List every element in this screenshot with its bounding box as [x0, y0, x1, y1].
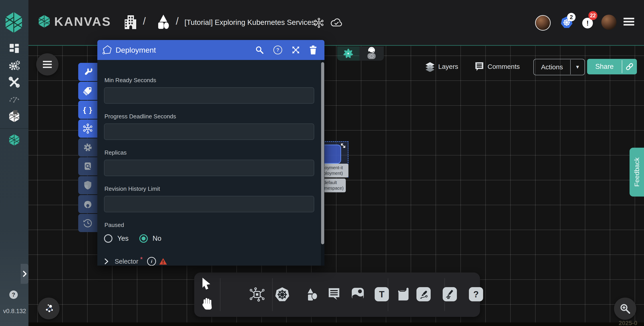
building-icon [124, 14, 137, 31]
panel-delete-button[interactable] [309, 45, 317, 54]
shapes-tool-button[interactable] [304, 287, 319, 301]
shapes-icon [156, 14, 170, 30]
sidebar-item-settings[interactable] [0, 58, 28, 74]
image-tool-button[interactable] [351, 287, 365, 301]
shield-icon [83, 181, 92, 190]
selector-accordion[interactable]: Selector * i [104, 257, 321, 266]
min-ready-seconds-input[interactable] [104, 87, 314, 104]
top-header: KANVAS / / [28, 0, 644, 45]
chevron-right-icon [104, 258, 109, 265]
breadcrumb-separator: / [143, 15, 146, 27]
edge-tool-button[interactable] [416, 287, 431, 301]
bottom-edge-strip: 2025-0 [28, 323, 644, 326]
tab-security[interactable] [78, 176, 97, 194]
select-tool-button[interactable] [201, 277, 212, 290]
help-button[interactable]: ? [9, 291, 18, 299]
pan-tool-button[interactable] [201, 297, 213, 310]
support-agent-button[interactable] [359, 46, 384, 61]
sticky-note-icon [397, 287, 411, 301]
paused-yes-label[interactable]: Yes [117, 235, 129, 243]
sidebar-item-tools[interactable] [0, 74, 28, 90]
cloud-sync-icon[interactable] [330, 18, 343, 28]
gear-icon [83, 143, 93, 152]
collaborator-avatar[interactable] [535, 15, 551, 31]
note-tool-button[interactable] [397, 287, 411, 301]
panel-header[interactable]: Deployment ? [97, 40, 324, 60]
kanvas-logo-icon [37, 14, 51, 29]
date-watermark: 2025-0 [619, 320, 637, 326]
text-tool-button[interactable]: T [375, 287, 389, 301]
sidebar-divider [0, 128, 28, 129]
replicas-input[interactable] [104, 160, 314, 176]
sidebar-item-dashboard[interactable] [0, 40, 28, 56]
paused-no-label[interactable]: No [153, 235, 162, 243]
hamburger-icon [43, 61, 52, 68]
panel-scrollbar-thumb[interactable] [321, 62, 324, 244]
sidebar-item-performance[interactable] [0, 90, 28, 106]
copy-link-icon[interactable] [622, 63, 637, 71]
expand-drawer-handle[interactable] [21, 264, 28, 284]
deployment-config-panel: Deployment ? Min [97, 40, 324, 266]
headset-agent-icon [366, 47, 378, 60]
revision-history-limit-input[interactable] [104, 196, 314, 212]
kubernetes-tool-button[interactable] [275, 287, 290, 302]
question-icon: ? [273, 45, 282, 54]
sidebar-item-meshery[interactable] [0, 108, 28, 124]
tab-history[interactable] [78, 214, 97, 232]
notification-count-badge: 22 [588, 11, 597, 20]
image-icon [351, 287, 365, 301]
tab-config[interactable] [78, 63, 97, 81]
canvas-menu-button[interactable] [36, 53, 58, 75]
k8s-context-switcher[interactable]: 2 [560, 16, 573, 28]
progress-deadline-seconds-input[interactable] [104, 123, 314, 140]
crossed-tools-icon [8, 76, 20, 88]
comments-toggle[interactable]: Comments [474, 59, 520, 74]
integration-chip-icon [250, 287, 264, 302]
kanvas-logo-text: KANVAS [54, 14, 111, 29]
user-avatar[interactable] [601, 15, 616, 30]
panel-help-button[interactable]: ? [273, 45, 282, 54]
tag-icon [83, 86, 93, 96]
share-label: Share [587, 63, 622, 71]
field-label: Progress Deadline Seconds [104, 113, 321, 120]
panel-search-button[interactable] [255, 45, 264, 54]
selector-label: Selector [115, 258, 138, 265]
paused-no-radio[interactable] [139, 234, 148, 243]
tab-inspect[interactable] [78, 157, 97, 175]
layers-toggle[interactable]: Layers [425, 59, 458, 74]
help-tool-button[interactable]: ? [469, 287, 483, 301]
page-title[interactable]: [Tutorial] Exploring Kubernetes Services [184, 18, 315, 27]
minimap-button[interactable] [38, 298, 60, 319]
kanvas-logo[interactable]: KANVAS [37, 14, 111, 29]
comment-tool-button[interactable] [327, 287, 341, 301]
zoom-in-button[interactable] [614, 298, 636, 320]
tab-json[interactable]: { } [78, 101, 97, 119]
tab-settings[interactable] [78, 138, 97, 157]
tab-labels[interactable] [78, 82, 97, 100]
design-flake-icon[interactable] [314, 18, 324, 28]
notifications-button[interactable]: ! 22 [582, 18, 593, 28]
breadcrumb-designs-icon[interactable] [156, 14, 170, 30]
panel-expand-button[interactable] [292, 46, 300, 54]
tab-relationships[interactable] [78, 119, 97, 138]
actions-button[interactable]: Actions ▼ [533, 59, 585, 75]
zoom-in-icon [619, 303, 631, 315]
breadcrumb-org-icon[interactable] [124, 14, 137, 31]
freehand-tool-button[interactable] [443, 287, 457, 301]
share-button[interactable]: Share [587, 59, 637, 74]
feedback-tab[interactable]: Feedback [630, 148, 644, 197]
tab-github[interactable] [78, 195, 97, 213]
sidebar-item-kanvas-active[interactable] [0, 132, 28, 148]
pen-arrow-icon [419, 289, 428, 299]
paused-radio-group: Yes No [104, 234, 321, 243]
layer5-logo-icon[interactable] [4, 11, 24, 34]
actions-caret-icon[interactable]: ▼ [571, 64, 584, 70]
info-icon[interactable]: i [147, 257, 156, 266]
meshery-action-button[interactable] [337, 46, 359, 61]
components-tool-button[interactable] [250, 287, 264, 302]
paused-yes-radio[interactable] [104, 234, 112, 243]
search-icon [255, 45, 264, 54]
header-menu-button[interactable] [624, 18, 634, 25]
toolbar-divider [220, 278, 220, 311]
layers-label: Layers [438, 63, 458, 70]
